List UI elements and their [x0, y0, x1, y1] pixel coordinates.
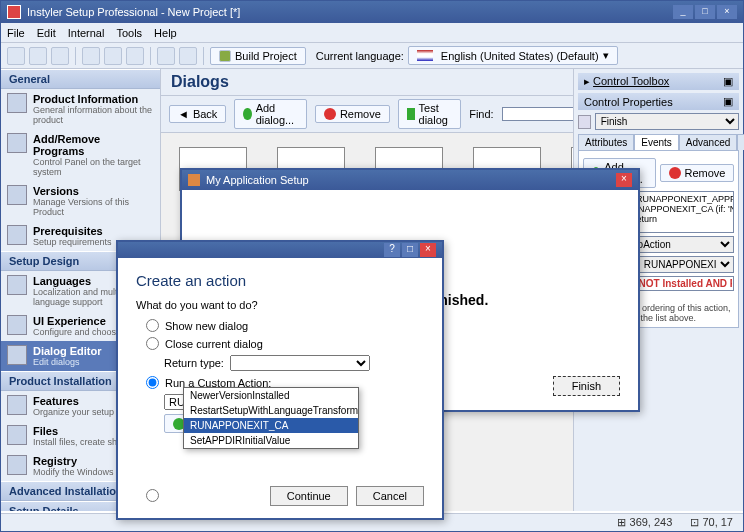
remove-dialog-button[interactable]: Remove — [315, 105, 390, 123]
radio-custom-action[interactable] — [146, 376, 159, 389]
sidebar-item-icon — [7, 395, 27, 415]
tool-cut[interactable] — [82, 47, 100, 65]
test-dialog-button[interactable]: Test dialog — [398, 99, 461, 129]
build-project-button[interactable]: Build Project — [210, 47, 306, 65]
sidebar-item[interactable]: Product InformationGeneral information a… — [1, 89, 160, 129]
tool-copy[interactable] — [104, 47, 122, 65]
sidebar-item-icon — [7, 315, 27, 335]
tool-save[interactable] — [51, 47, 69, 65]
action-dialog-max[interactable]: □ — [402, 243, 418, 257]
sidebar-item-icon — [7, 225, 27, 245]
sidebar-item-icon — [7, 455, 27, 475]
setup-dialog-close[interactable]: × — [616, 173, 632, 187]
find-input[interactable] — [502, 107, 573, 121]
menubar: File Edit Internal Tools Help — [1, 23, 743, 43]
titlebar: Instyler Setup Professional - New Projec… — [1, 1, 743, 23]
menu-edit[interactable]: Edit — [37, 27, 56, 39]
dropdown-item[interactable]: RestartSetupWithLanguageTransform — [184, 403, 358, 418]
continue-button[interactable]: Continue — [270, 486, 348, 506]
control-properties-header: Control Properties▣ — [578, 93, 739, 110]
menu-file[interactable]: File — [7, 27, 25, 39]
control-toolbox-header[interactable]: ▸ Control Toolbox▣ — [578, 73, 739, 90]
sidebar-item-icon — [7, 345, 27, 365]
sidebar-item[interactable]: Add/Remove ProgramsControl Panel on the … — [1, 129, 160, 181]
radio-show-dialog[interactable] — [146, 319, 159, 332]
return-type-select[interactable] — [230, 355, 370, 371]
tool-open[interactable] — [29, 47, 47, 65]
argument-select[interactable]: RUNAPPONEXIT_CA — [638, 256, 734, 273]
tab-events[interactable]: Events — [634, 134, 679, 150]
menu-tools[interactable]: Tools — [116, 27, 142, 39]
control-icon — [578, 115, 591, 129]
tab-advanced[interactable]: Advanced — [679, 134, 737, 150]
dropdown-item[interactable]: SetAPPDIRInitialValue — [184, 433, 358, 448]
page-title: Dialogs — [161, 69, 573, 96]
dropdown-item[interactable]: RUNAPPONEXIT_CA — [184, 418, 358, 433]
app-icon — [7, 5, 21, 19]
flag-icon — [417, 50, 433, 61]
sidebar-item[interactable]: VersionsManage Versions of this Product — [1, 181, 160, 221]
action-dialog-help[interactable]: ? — [384, 243, 400, 257]
toolbar: Build Project Current language: English … — [1, 43, 743, 69]
setup-dialog-title: My Application Setup — [206, 174, 309, 186]
plus-icon — [243, 108, 251, 120]
dialogs-toolbar: ◄ Back Add dialog... Remove Test dialog … — [161, 96, 573, 133]
setup-dialog-icon — [188, 174, 200, 186]
action-dialog-close[interactable]: × — [420, 243, 436, 257]
tool-redo[interactable] — [179, 47, 197, 65]
event-select[interactable]: DoAction — [624, 236, 734, 253]
return-type-label: Return type: — [164, 357, 224, 369]
dropdown-item[interactable]: NewerVersionInstalled — [184, 388, 358, 403]
sidebar-header[interactable]: General — [1, 69, 160, 89]
property-tabs: Attributes Events Advanced Easy — [578, 134, 739, 151]
find-label: Find: — [469, 108, 493, 120]
check-icon — [407, 108, 415, 120]
status-coords-1: ⊞ 369, 243 — [617, 516, 672, 529]
add-dialog-button[interactable]: Add dialog... — [234, 99, 307, 129]
window-title: Instyler Setup Professional - New Projec… — [27, 6, 240, 18]
minus-icon — [669, 167, 681, 179]
tool-undo[interactable] — [157, 47, 175, 65]
menu-internal[interactable]: Internal — [68, 27, 105, 39]
setup-dialog-titlebar[interactable]: My Application Setup × — [182, 170, 638, 190]
menu-help[interactable]: Help — [154, 27, 177, 39]
remove-action-button[interactable]: Remove — [660, 164, 735, 182]
language-selector[interactable]: English (United States) (Default) ▾ — [408, 46, 618, 65]
action-dialog-title: Create an action — [136, 272, 424, 289]
tab-easy[interactable]: Easy — [737, 134, 744, 150]
minus-icon — [324, 108, 336, 120]
custom-action-dropdown: NewerVersionInstalledRestartSetupWithLan… — [183, 387, 359, 449]
minimize-button[interactable]: _ — [673, 5, 693, 19]
close-button[interactable]: × — [717, 5, 737, 19]
maximize-button[interactable]: □ — [695, 5, 715, 19]
sidebar-item-icon — [7, 185, 27, 205]
tool-new[interactable] — [7, 47, 25, 65]
tab-attributes[interactable]: Attributes — [578, 134, 634, 150]
sidebar-item-icon — [7, 133, 27, 153]
language-label: Current language: — [316, 50, 404, 62]
action-dialog-titlebar[interactable]: ? □ × — [118, 242, 442, 258]
radio-other[interactable] — [146, 489, 159, 502]
status-coords-2: ⊡ 70, 17 — [690, 516, 733, 529]
finish-button[interactable]: Finish — [553, 376, 620, 396]
action-question: What do you want to do? — [136, 299, 424, 311]
condition-input[interactable] — [637, 276, 734, 291]
sidebar-item-icon — [7, 425, 27, 445]
create-action-dialog: ? □ × Create an action What do you want … — [116, 240, 444, 520]
back-button[interactable]: ◄ Back — [169, 105, 226, 123]
radio-close-dialog[interactable] — [146, 337, 159, 350]
sidebar-item-icon — [7, 93, 27, 113]
tool-paste[interactable] — [126, 47, 144, 65]
control-selector[interactable]: Finish — [595, 113, 739, 130]
cancel-button[interactable]: Cancel — [356, 486, 424, 506]
sidebar-item-icon — [7, 275, 27, 295]
